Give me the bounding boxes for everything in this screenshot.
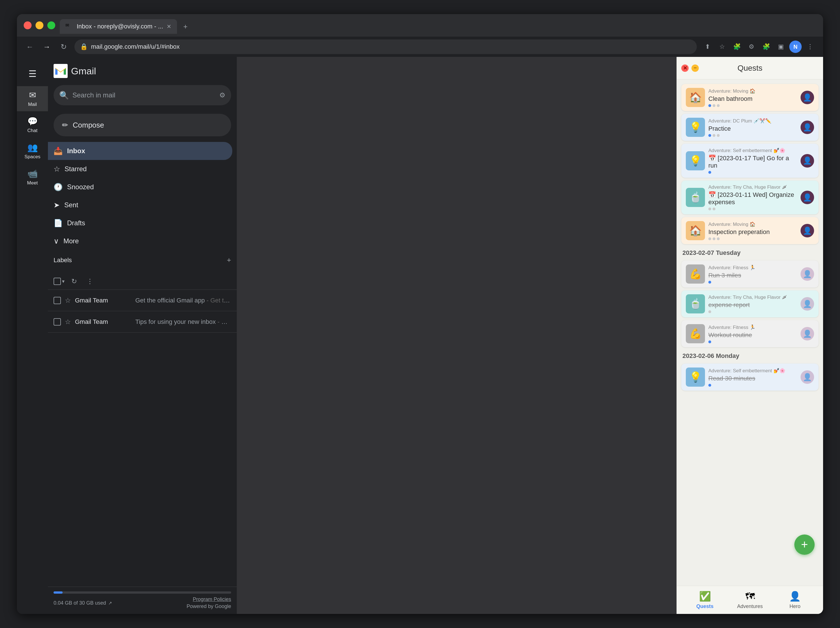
active-tab[interactable]: ✉ Inbox - noreply@ovisly.com - ... ✕ — [60, 19, 177, 34]
email-row[interactable]: ☆ Gmail Team Get the official Gmail app … — [48, 290, 237, 311]
quest-avatar: 👤 — [801, 370, 814, 384]
quest-card[interactable]: 💪Adventure: Fitness 🏃Run 3 miles👤 — [681, 260, 819, 288]
nav-item-snoozed[interactable]: 🕐 Snoozed — [48, 178, 232, 196]
quest-dot — [708, 310, 711, 313]
quest-dots — [708, 281, 797, 283]
footer-tab-hero[interactable]: 👤 Hero — [772, 590, 818, 609]
email-star-icon[interactable]: ☆ — [65, 318, 71, 326]
hamburger-button[interactable]: ☰ — [17, 63, 48, 85]
compose-button[interactable]: ✏ Compose — [54, 114, 231, 136]
quest-card[interactable]: 💡Adventure: DC Plum 💉✂️✏️Practice👤 — [681, 114, 819, 141]
nav-item-sent[interactable]: ➤ Sent — [48, 196, 232, 214]
nav-item-more-label: More — [63, 237, 79, 245]
add-quest-button[interactable]: + — [794, 535, 815, 555]
quests-tab-label: Quests — [696, 603, 714, 609]
quests-minimize-button[interactable]: − — [692, 65, 699, 72]
maximize-button[interactable] — [47, 21, 55, 29]
sidebar-item-spaces[interactable]: 👥 Spaces — [17, 139, 48, 164]
tab-close-button[interactable]: ✕ — [167, 23, 171, 30]
footer-tab-quests[interactable]: ✅ Quests — [682, 590, 728, 609]
sidebar-item-meet[interactable]: 📹 Meet — [17, 165, 48, 190]
quest-card[interactable]: 💡Adventure: Self embetterment 💅🌸📅 [2023-… — [681, 143, 819, 178]
quest-dot — [708, 208, 711, 210]
extensions-button[interactable]: 🧩 — [731, 41, 743, 53]
email-list: ☆ Gmail Team Get the official Gmail app … — [48, 290, 237, 587]
quest-card[interactable]: 🍵Adventure: Tiny Cha, Huge Flavor 🌶📅 [20… — [681, 181, 819, 214]
traffic-lights — [24, 21, 55, 29]
quest-card[interactable]: 🏠Adventure: Moving 🏠Inspection preperati… — [681, 217, 819, 244]
settings-button[interactable]: ⚙ — [745, 41, 758, 53]
quest-card[interactable]: 🏠Adventure: Moving 🏠Clean bathroom👤 — [681, 84, 819, 111]
quests-close-button[interactable]: ✕ — [681, 65, 688, 72]
sidebar-item-mail[interactable]: ✉ Mail — [17, 86, 48, 111]
sent-icon: ➤ — [54, 201, 60, 209]
sidebar-button[interactable]: ▣ — [775, 41, 787, 53]
address-bar[interactable]: 🔒 mail.google.com/mail/u/1/#inbox — [74, 39, 697, 54]
quest-dots — [708, 384, 797, 387]
share-button[interactable]: ⬆ — [701, 41, 714, 53]
gmail-panel: Gmail 🔍 Search in mail ⚙ ✏ Compose 📥 — [48, 57, 237, 614]
sidebar-item-chat[interactable]: 💬 Chat — [17, 112, 48, 137]
quest-card-image: 🏠 — [686, 88, 705, 107]
nav-item-more[interactable]: ∨ More — [48, 232, 232, 250]
quest-name: Read 30 minutes — [708, 375, 797, 382]
quest-name: Inspection preperation — [708, 228, 797, 236]
gmail-icon-sidebar: ☰ ✉ Mail 💬 Chat 👥 Spaces 📹 Meet — [17, 57, 48, 614]
chrome-menu-button[interactable]: ⋮ — [804, 41, 816, 53]
quest-avatar: 👤 — [801, 267, 814, 281]
quests-footer: ✅ Quests 🗺 Adventures 👤 Hero — [677, 586, 823, 614]
hero-tab-label: Hero — [789, 603, 801, 609]
storage-text: 0.04 GB of 30 GB used — [54, 600, 106, 606]
quest-card[interactable]: 🍵Adventure: Tiny Cha, Huge Flavor 🌶expen… — [681, 290, 819, 317]
close-button[interactable] — [24, 21, 32, 29]
gmail-toolbar: ▾ ↻ ⋮ — [48, 273, 237, 290]
nav-item-inbox[interactable]: 📥 Inbox — [48, 142, 232, 160]
quest-dots — [708, 310, 797, 313]
puzzle-button[interactable]: 🧩 — [760, 41, 772, 53]
quest-card[interactable]: 💪Adventure: Fitness 🏃Workout routine👤 — [681, 320, 819, 347]
nav-item-sent-label: Sent — [64, 201, 78, 209]
inbox-icon: 📥 — [54, 147, 63, 156]
quest-card-image: 💡 — [686, 368, 705, 387]
starred-icon: ☆ — [54, 165, 60, 173]
add-label-button[interactable]: + — [227, 256, 231, 264]
spaces-label: Spaces — [25, 154, 41, 160]
nav-item-starred[interactable]: ☆ Starred — [48, 160, 232, 178]
quest-name: 📅 [2023-01-17 Tue] Go for a run — [708, 154, 797, 169]
email-checkbox[interactable] — [54, 297, 61, 304]
new-tab-button[interactable]: + — [179, 20, 192, 33]
profile-avatar[interactable]: N — [789, 41, 802, 53]
labels-title: Labels — [54, 257, 72, 264]
email-row[interactable]: ☆ Gmail Team Tips for using your new inb… — [48, 311, 237, 332]
minimize-button[interactable] — [36, 21, 43, 29]
quest-adventure-label: Adventure: Tiny Cha, Huge Flavor 🌶 — [708, 294, 797, 300]
select-all-checkbox[interactable] — [54, 278, 61, 285]
quests-title: Quests — [737, 64, 763, 72]
storage-bar-fill — [54, 592, 63, 593]
bookmark-button[interactable]: ☆ — [716, 41, 728, 53]
refresh-button[interactable]: ↻ — [57, 41, 70, 53]
quest-card[interactable]: 💡Adventure: Self embetterment 💅🌸Read 30 … — [681, 364, 819, 390]
email-sender: Gmail Team — [75, 318, 131, 326]
forward-button[interactable]: → — [41, 41, 53, 53]
more-actions-button[interactable]: ⋮ — [84, 275, 96, 288]
program-policies-link[interactable]: Program Policies — [193, 597, 231, 602]
mail-label: Mail — [28, 102, 36, 107]
spaces-icon: 👥 — [27, 143, 38, 153]
email-subject: Tips for using your new inbox - Welcome … — [135, 318, 231, 326]
email-star-icon[interactable]: ☆ — [65, 296, 71, 304]
select-dropdown-icon[interactable]: ▾ — [62, 278, 65, 285]
search-filter-icon[interactable]: ⚙ — [219, 91, 226, 99]
footer-tab-adventures[interactable]: 🗺 Adventures — [728, 591, 773, 609]
quest-card-image: 💡 — [686, 118, 705, 137]
snoozed-icon: 🕐 — [54, 183, 63, 192]
gmail-search-bar[interactable]: 🔍 Search in mail ⚙ — [54, 85, 231, 105]
back-button[interactable]: ← — [24, 41, 36, 53]
email-checkbox[interactable] — [54, 318, 61, 326]
nav-item-drafts[interactable]: 📄 Drafts — [48, 214, 232, 232]
quest-adventure-label: Adventure: Tiny Cha, Huge Flavor 🌶 — [708, 184, 797, 190]
nav-item-drafts-label: Drafts — [67, 219, 85, 227]
select-all-container[interactable]: ▾ — [54, 278, 65, 285]
refresh-emails-button[interactable]: ↻ — [68, 275, 81, 288]
storage-bar-background — [54, 592, 231, 593]
